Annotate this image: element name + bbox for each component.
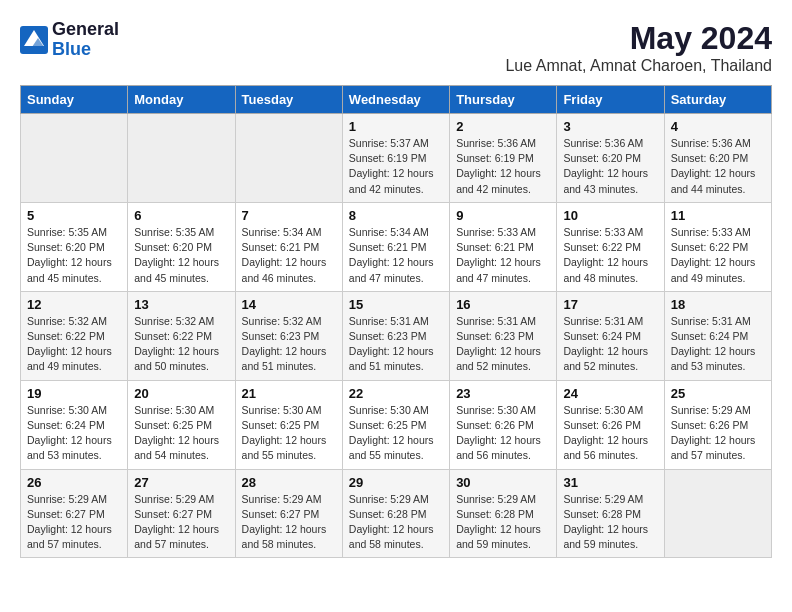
day-info: Sunrise: 5:33 AM Sunset: 6:22 PM Dayligh…: [563, 225, 657, 286]
day-cell: 16Sunrise: 5:31 AM Sunset: 6:23 PM Dayli…: [450, 291, 557, 380]
week-row-3: 12Sunrise: 5:32 AM Sunset: 6:22 PM Dayli…: [21, 291, 772, 380]
day-number: 13: [134, 297, 228, 312]
subtitle: Lue Amnat, Amnat Charoen, Thailand: [505, 57, 772, 75]
day-number: 9: [456, 208, 550, 223]
day-cell: 12Sunrise: 5:32 AM Sunset: 6:22 PM Dayli…: [21, 291, 128, 380]
day-number: 12: [27, 297, 121, 312]
day-cell: 23Sunrise: 5:30 AM Sunset: 6:26 PM Dayli…: [450, 380, 557, 469]
day-number: 20: [134, 386, 228, 401]
day-number: 2: [456, 119, 550, 134]
day-info: Sunrise: 5:33 AM Sunset: 6:22 PM Dayligh…: [671, 225, 765, 286]
day-cell: 3Sunrise: 5:36 AM Sunset: 6:20 PM Daylig…: [557, 114, 664, 203]
day-number: 30: [456, 475, 550, 490]
day-info: Sunrise: 5:29 AM Sunset: 6:27 PM Dayligh…: [242, 492, 336, 553]
day-cell: 7Sunrise: 5:34 AM Sunset: 6:21 PM Daylig…: [235, 202, 342, 291]
logo: General Blue: [20, 20, 119, 60]
day-info: Sunrise: 5:32 AM Sunset: 6:22 PM Dayligh…: [27, 314, 121, 375]
day-info: Sunrise: 5:29 AM Sunset: 6:28 PM Dayligh…: [456, 492, 550, 553]
day-cell: 18Sunrise: 5:31 AM Sunset: 6:24 PM Dayli…: [664, 291, 771, 380]
week-row-4: 19Sunrise: 5:30 AM Sunset: 6:24 PM Dayli…: [21, 380, 772, 469]
header-cell-wednesday: Wednesday: [342, 86, 449, 114]
day-number: 18: [671, 297, 765, 312]
day-number: 29: [349, 475, 443, 490]
day-cell: 29Sunrise: 5:29 AM Sunset: 6:28 PM Dayli…: [342, 469, 449, 558]
day-info: Sunrise: 5:29 AM Sunset: 6:28 PM Dayligh…: [349, 492, 443, 553]
header-cell-thursday: Thursday: [450, 86, 557, 114]
day-number: 21: [242, 386, 336, 401]
day-cell: 17Sunrise: 5:31 AM Sunset: 6:24 PM Dayli…: [557, 291, 664, 380]
day-cell: 31Sunrise: 5:29 AM Sunset: 6:28 PM Dayli…: [557, 469, 664, 558]
day-info: Sunrise: 5:31 AM Sunset: 6:24 PM Dayligh…: [671, 314, 765, 375]
day-number: 3: [563, 119, 657, 134]
day-info: Sunrise: 5:29 AM Sunset: 6:28 PM Dayligh…: [563, 492, 657, 553]
logo-icon: [20, 26, 48, 54]
day-cell: 19Sunrise: 5:30 AM Sunset: 6:24 PM Dayli…: [21, 380, 128, 469]
day-cell: 2Sunrise: 5:36 AM Sunset: 6:19 PM Daylig…: [450, 114, 557, 203]
day-cell: 15Sunrise: 5:31 AM Sunset: 6:23 PM Dayli…: [342, 291, 449, 380]
day-number: 22: [349, 386, 443, 401]
day-number: 19: [27, 386, 121, 401]
header-cell-tuesday: Tuesday: [235, 86, 342, 114]
day-number: 6: [134, 208, 228, 223]
main-title: May 2024: [505, 20, 772, 57]
logo-text: General Blue: [52, 20, 119, 60]
day-info: Sunrise: 5:35 AM Sunset: 6:20 PM Dayligh…: [134, 225, 228, 286]
week-row-1: 1Sunrise: 5:37 AM Sunset: 6:19 PM Daylig…: [21, 114, 772, 203]
day-cell: 24Sunrise: 5:30 AM Sunset: 6:26 PM Dayli…: [557, 380, 664, 469]
day-cell: [21, 114, 128, 203]
day-info: Sunrise: 5:33 AM Sunset: 6:21 PM Dayligh…: [456, 225, 550, 286]
day-info: Sunrise: 5:32 AM Sunset: 6:22 PM Dayligh…: [134, 314, 228, 375]
logo-general: General: [52, 20, 119, 40]
day-cell: 26Sunrise: 5:29 AM Sunset: 6:27 PM Dayli…: [21, 469, 128, 558]
day-cell: 11Sunrise: 5:33 AM Sunset: 6:22 PM Dayli…: [664, 202, 771, 291]
calendar-body: 1Sunrise: 5:37 AM Sunset: 6:19 PM Daylig…: [21, 114, 772, 558]
day-number: 27: [134, 475, 228, 490]
calendar-header: SundayMondayTuesdayWednesdayThursdayFrid…: [21, 86, 772, 114]
day-info: Sunrise: 5:30 AM Sunset: 6:26 PM Dayligh…: [456, 403, 550, 464]
day-cell: 25Sunrise: 5:29 AM Sunset: 6:26 PM Dayli…: [664, 380, 771, 469]
day-cell: [235, 114, 342, 203]
day-number: 11: [671, 208, 765, 223]
header-row: SundayMondayTuesdayWednesdayThursdayFrid…: [21, 86, 772, 114]
calendar-table: SundayMondayTuesdayWednesdayThursdayFrid…: [20, 85, 772, 558]
day-number: 16: [456, 297, 550, 312]
day-cell: 14Sunrise: 5:32 AM Sunset: 6:23 PM Dayli…: [235, 291, 342, 380]
day-cell: 9Sunrise: 5:33 AM Sunset: 6:21 PM Daylig…: [450, 202, 557, 291]
day-cell: 21Sunrise: 5:30 AM Sunset: 6:25 PM Dayli…: [235, 380, 342, 469]
day-number: 31: [563, 475, 657, 490]
day-info: Sunrise: 5:29 AM Sunset: 6:27 PM Dayligh…: [27, 492, 121, 553]
day-number: 23: [456, 386, 550, 401]
day-info: Sunrise: 5:30 AM Sunset: 6:24 PM Dayligh…: [27, 403, 121, 464]
day-info: Sunrise: 5:34 AM Sunset: 6:21 PM Dayligh…: [242, 225, 336, 286]
day-number: 25: [671, 386, 765, 401]
day-number: 24: [563, 386, 657, 401]
day-info: Sunrise: 5:29 AM Sunset: 6:27 PM Dayligh…: [134, 492, 228, 553]
title-area: May 2024 Lue Amnat, Amnat Charoen, Thail…: [505, 20, 772, 75]
day-cell: 13Sunrise: 5:32 AM Sunset: 6:22 PM Dayli…: [128, 291, 235, 380]
day-number: 7: [242, 208, 336, 223]
day-cell: 22Sunrise: 5:30 AM Sunset: 6:25 PM Dayli…: [342, 380, 449, 469]
day-cell: 6Sunrise: 5:35 AM Sunset: 6:20 PM Daylig…: [128, 202, 235, 291]
day-info: Sunrise: 5:31 AM Sunset: 6:23 PM Dayligh…: [349, 314, 443, 375]
day-cell: 8Sunrise: 5:34 AM Sunset: 6:21 PM Daylig…: [342, 202, 449, 291]
day-number: 28: [242, 475, 336, 490]
day-number: 14: [242, 297, 336, 312]
day-info: Sunrise: 5:37 AM Sunset: 6:19 PM Dayligh…: [349, 136, 443, 197]
day-info: Sunrise: 5:30 AM Sunset: 6:26 PM Dayligh…: [563, 403, 657, 464]
day-info: Sunrise: 5:36 AM Sunset: 6:20 PM Dayligh…: [671, 136, 765, 197]
day-info: Sunrise: 5:36 AM Sunset: 6:20 PM Dayligh…: [563, 136, 657, 197]
day-info: Sunrise: 5:32 AM Sunset: 6:23 PM Dayligh…: [242, 314, 336, 375]
header: General Blue May 2024 Lue Amnat, Amnat C…: [20, 20, 772, 75]
day-cell: 1Sunrise: 5:37 AM Sunset: 6:19 PM Daylig…: [342, 114, 449, 203]
day-number: 8: [349, 208, 443, 223]
day-info: Sunrise: 5:30 AM Sunset: 6:25 PM Dayligh…: [349, 403, 443, 464]
day-number: 10: [563, 208, 657, 223]
header-cell-monday: Monday: [128, 86, 235, 114]
day-cell: 30Sunrise: 5:29 AM Sunset: 6:28 PM Dayli…: [450, 469, 557, 558]
day-info: Sunrise: 5:31 AM Sunset: 6:24 PM Dayligh…: [563, 314, 657, 375]
day-number: 5: [27, 208, 121, 223]
day-cell: [664, 469, 771, 558]
week-row-5: 26Sunrise: 5:29 AM Sunset: 6:27 PM Dayli…: [21, 469, 772, 558]
day-info: Sunrise: 5:30 AM Sunset: 6:25 PM Dayligh…: [134, 403, 228, 464]
day-number: 15: [349, 297, 443, 312]
